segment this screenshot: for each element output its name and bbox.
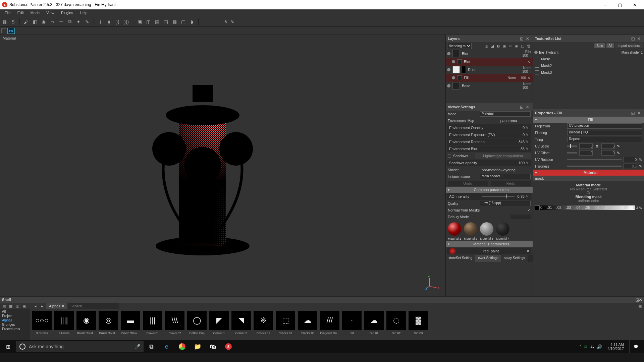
pen-icon[interactable]: ✎ [639,158,642,162]
add-layer-icon[interactable]: ▢ [520,43,525,49]
pen-icon[interactable]: ✎ [525,126,529,130]
menu-view[interactable]: View [43,9,58,17]
smudge-icon[interactable]: 〰 [58,19,64,25]
mode-select[interactable]: Material [480,111,531,117]
pen-icon[interactable]: ✎ [229,19,235,25]
tray-volume-icon[interactable]: 🔊 [597,344,602,349]
menu-plugins[interactable]: Plugins [58,9,76,17]
menu-edit[interactable]: Edit [14,9,27,17]
close-icon[interactable]: ✕ [61,304,64,308]
visibility-icon[interactable] [447,84,450,87]
undo-button[interactable]: Undo [448,181,488,186]
tray-expand-icon[interactable]: ˄ [579,344,582,349]
particle-icon[interactable]: ✦ [75,19,82,25]
material-section-header[interactable]: ▾Material [533,170,644,176]
close-icon[interactable]: ✕ [526,249,529,253]
close-icon[interactable]: ✕ [526,37,531,41]
env-rotation-row[interactable]: Environment Rotation346✎ [447,138,531,145]
tab-textureset[interactable]: xtureSet Setting [446,255,475,262]
close-icon[interactable]: ✕ [637,111,642,115]
effect-icon[interactable] [457,75,462,80]
microphone-icon[interactable]: 🎤 [135,344,140,349]
remove-effect-icon[interactable]: ✕ [527,60,531,64]
shelf-item[interactable]: ◤Corner 1 [209,311,229,339]
minimize-button[interactable]: ─ [598,0,612,9]
start-button[interactable]: ⊞ [0,340,16,353]
reset-icon[interactable]: ↺ [635,206,638,210]
shelf-item[interactable]: ⬚Cracks 02 [275,311,296,339]
redo-button[interactable]: Redo [491,181,531,186]
link-icon[interactable]: ⧉ [595,144,599,148]
filtering-select[interactable]: Bilinear | HQ [567,130,642,135]
shelf-cat-grunges[interactable]: Grunges [0,322,30,327]
all-button[interactable]: All [606,43,614,48]
pen-icon[interactable]: ✎ [617,151,620,155]
pen-icon[interactable]: ✎ [525,140,529,144]
uvscale-slider[interactable] [567,145,577,147]
task-view-icon[interactable]: ⧉ [144,340,159,353]
shelf-grid-med-icon[interactable]: ◫ [15,303,20,309]
polyfill-icon[interactable]: ▱ [49,19,55,25]
shelf-grid-large-icon[interactable]: ▣ [21,303,27,309]
remove-effect-icon[interactable]: ✕ [527,76,531,80]
tray-network-icon[interactable]: 🖧 [590,344,594,349]
shelf-cat-alphas[interactable]: Alphas [0,318,30,322]
add-mask-icon[interactable]: ◪ [490,43,495,49]
maximize-button[interactable]: ▢ [612,0,627,9]
blending-select[interactable]: Blending m [447,43,472,49]
chrome-icon[interactable] [174,340,190,353]
ortho-icon[interactable]: ◫ [145,19,151,25]
mask-row[interactable]: Mask3 [533,69,644,76]
undock-icon[interactable]: ◱ [631,111,636,115]
undock-icon[interactable]: ◱ [520,37,525,41]
pen-icon[interactable]: ✎ [525,133,529,137]
mask-row[interactable]: Mask [533,56,644,62]
tab-display[interactable]: splay Settings [501,255,528,262]
undock-icon[interactable]: ◱ [631,37,636,41]
explorer-icon[interactable]: 📁 [190,340,205,353]
render-icon[interactable]: ▢ [180,19,186,25]
shader-value[interactable]: pbr-material-layering [467,168,531,172]
shelf-item[interactable]: ///Diagonal Dri... [319,311,340,339]
layer-thumb[interactable] [452,66,460,73]
tiling-select[interactable]: Repeat [567,137,642,142]
material-ball-2[interactable] [464,222,477,236]
menu-help[interactable]: Help [76,9,91,17]
material-ball-3[interactable] [480,222,493,236]
pen-icon[interactable]: ✎ [639,206,642,210]
color-slider[interactable]: 0.01.02.03.04.05.06.07.08.091 [540,205,635,210]
instance-input[interactable]: Main shader 1 [480,174,531,179]
visibility-icon[interactable] [447,68,450,71]
shelf-item[interactable]: ※Cracks 01 [253,311,274,339]
uvoffset-x-input[interactable] [579,150,593,156]
add-folder-icon[interactable]: ▭ [508,43,513,49]
photoshop-badge[interactable]: Ps [7,28,15,34]
solo-button[interactable]: Solo [594,43,605,48]
layer-thumb[interactable] [452,82,460,89]
effect-icon[interactable] [457,59,462,64]
shelf-back-icon[interactable]: ◂ [33,303,38,309]
sym-left-icon[interactable]: ) [97,19,103,25]
shelf-item[interactable]: ◯Coffee Cup [186,311,207,339]
material-ball-1[interactable] [448,222,461,236]
visibility-icon[interactable] [452,60,455,63]
shelf-item[interactable]: ◥Corner 2 [231,311,252,339]
shelf-cat-all[interactable]: All [0,309,30,314]
sym-right-icon[interactable]: )) [115,19,121,25]
grid-icon[interactable]: ▦ [1,19,7,25]
sym-full-icon[interactable]: ))) [123,19,129,25]
env-opacity-row[interactable]: Environment Opacity0✎ [447,124,531,131]
camera-icon[interactable]: ▤ [154,19,160,25]
uvscale-y-input[interactable] [601,143,615,149]
mask-row[interactable]: Mask2 [533,62,644,69]
close-icon[interactable]: ✕ [639,298,642,302]
add-smart-icon[interactable]: ◉ [514,43,519,49]
shelf-item[interactable]: ◌Dirt 02 [386,311,407,339]
scene-icon[interactable]: ▦ [171,19,177,25]
mask-checkbox[interactable] [535,57,539,61]
shadows-checkbox[interactable] [448,154,451,158]
iray-icon[interactable]: ◗ [189,19,195,25]
visibility-icon[interactable] [447,52,450,55]
edge-icon[interactable]: e [159,340,174,353]
envmap-value[interactable]: panorama [487,119,531,123]
